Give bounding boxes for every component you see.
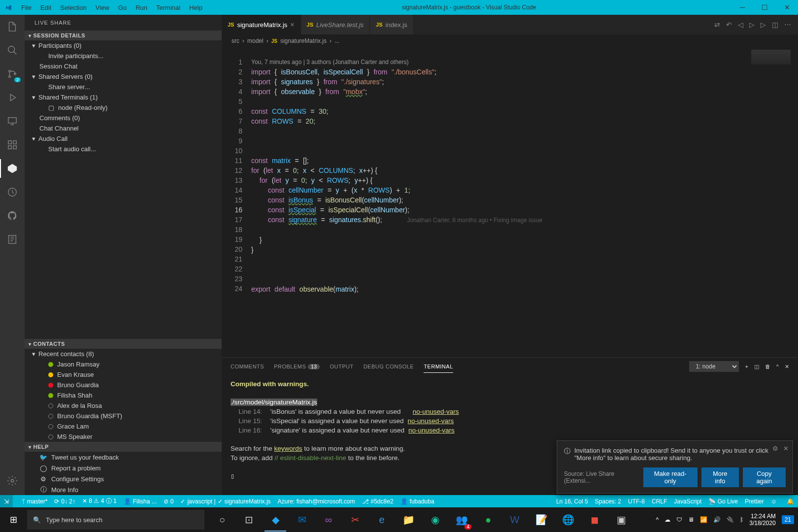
tray-bluetooth-icon[interactable]: ᛒ [740,516,743,523]
breadcrumb-item[interactable]: model [247,37,264,44]
extensions-icon[interactable] [5,138,19,152]
vscode-taskbar-icon[interactable]: ◆ [263,508,288,532]
tree-chat-channel[interactable]: Chat Channel [25,123,222,133]
breadcrumb-item[interactable]: ... [334,37,339,44]
back-icon[interactable]: ↶ [726,21,732,29]
tray-onedrive-icon[interactable]: ☁ [665,516,670,523]
snip-taskbar-icon[interactable]: ✂ [342,508,368,532]
help-report[interactable]: ◯Report a problem [25,463,222,473]
minimap[interactable] [749,47,798,357]
camtasia-taskbar-icon[interactable]: ◼ [582,508,607,532]
tray-defender-icon[interactable]: 🛡 [676,516,682,523]
taskbar-clock[interactable]: 12:24 AM 3/18/2020 [749,513,775,527]
teams-taskbar-icon[interactable]: 👥4 [449,508,474,532]
close-tab-icon[interactable]: × [290,21,294,29]
contact-item[interactable]: Alex de la Rosa [25,400,222,411]
panel-tab-output[interactable]: OUTPUT [330,361,353,372]
tree-comments[interactable]: Comments (0) [25,113,222,123]
codelens[interactable]: You, 7 minutes ago | 3 authors (Jonathan… [251,57,798,67]
tray-power-icon[interactable]: 🔌 [727,516,734,523]
explorer-icon[interactable] [5,20,19,33]
tree-shared-terminals[interactable]: ▾Shared Terminals (1) [25,92,222,102]
status-prettier[interactable]: Prettier [745,498,764,505]
contact-item[interactable]: Jason Ramsay [25,359,222,369]
contact-item[interactable]: Bruno Guardia (MSFT) [25,411,222,421]
tree-share-server[interactable]: Share server... [25,82,222,92]
new-terminal-icon[interactable]: + [745,364,748,369]
maximize-button[interactable]: ☐ [754,3,776,11]
fileexplorer-taskbar-icon[interactable]: 📁 [396,508,421,532]
status-liveshare[interactable]: 👤 Filisha ... [124,498,157,505]
menu-help[interactable]: Help [185,2,206,13]
search-icon[interactable] [5,43,19,57]
tree-session-chat[interactable]: Session Chat [25,61,222,71]
close-panel-icon[interactable]: ✕ [785,364,789,370]
tab-signaturematrix[interactable]: JSsignatureMatrix.js× [222,15,301,34]
status-bell-icon[interactable]: 🔔 [787,498,794,505]
start-button[interactable]: ⊞ [0,514,27,525]
action-center-icon[interactable]: 21 [782,515,794,524]
terminal-taskbar-icon[interactable]: ▣ [608,508,634,532]
tray-screen-icon[interactable]: 🖥 [688,516,694,523]
source-control-icon[interactable]: 2 [5,67,19,81]
chrome-taskbar-icon[interactable]: 🌐 [555,508,581,532]
cortana-icon[interactable]: ○ [209,508,235,532]
tree-audio-call[interactable]: ▾Audio Call [25,133,222,144]
breadcrumb-item[interactable]: signatureMatrix.js [280,37,327,44]
more-info-button[interactable]: More info [701,467,739,487]
breadcrumb-item[interactable]: src [232,37,239,44]
tree-participants[interactable]: ▾Participants (0) [25,40,222,51]
close-button[interactable]: ✕ [776,3,798,11]
copy-again-button[interactable]: Copy again [743,467,786,487]
edge-taskbar-icon[interactable]: ◉ [422,508,448,532]
status-encoding[interactable]: UTF-8 [628,498,645,505]
status-golive[interactable]: 📡 Go Live [708,498,738,505]
menu-go[interactable]: Go [114,2,131,13]
menu-terminal[interactable]: Terminal [152,2,184,13]
menu-selection[interactable]: Selection [56,2,90,13]
section-contacts[interactable]: ▾CONTACTS [25,339,222,349]
status-cursor-position[interactable]: Ln 16, Col 5 [556,498,588,505]
run-icon[interactable]: ▷ [761,21,766,29]
panel-tab-comments[interactable]: COMMENTS [231,361,264,372]
terminal-select[interactable]: 1: node [689,361,739,372]
liveshare-icon[interactable] [5,162,19,175]
tree-shared-servers[interactable]: ▾Shared Servers (0) [25,71,222,82]
menu-file[interactable]: File [17,2,35,13]
tree-invite-participants[interactable]: Invite participants... [25,51,222,61]
contact-item[interactable]: Grace Lam [25,421,222,432]
contact-item[interactable]: Filisha Shah [25,390,222,400]
status-user[interactable]: 👤 fubaduba [400,498,434,505]
next-icon[interactable]: ▷ [749,21,755,29]
menu-run[interactable]: Run [132,2,151,13]
tree-terminal-node[interactable]: ▢node (Read-only) [25,102,222,113]
status-problems[interactable]: ✕ 8 ⚠ 4 ⓘ 1 [82,497,117,505]
panel-tab-terminal[interactable]: TERMINAL [424,361,453,373]
docs-icon[interactable] [5,233,19,246]
make-readonly-button[interactable]: Make read-only [643,467,698,487]
tray-volume-icon[interactable]: 🔊 [713,516,721,523]
edge-legacy-taskbar-icon[interactable]: e [369,508,395,532]
menu-edit[interactable]: Edit [36,2,55,13]
split-icon[interactable]: ◫ [772,21,778,29]
outlook-taskbar-icon[interactable]: ✉ [289,508,315,532]
prev-icon[interactable]: ◁ [738,21,743,29]
visualstudio-taskbar-icon[interactable]: ∞ [316,508,341,532]
status-commit[interactable]: ⎇ #5dc8e2 [362,498,394,505]
compare-icon[interactable]: ⇄ [714,21,720,29]
kill-terminal-icon[interactable]: 🗑 [765,364,770,369]
contact-item[interactable]: Bruno Guardia [25,380,222,390]
github-icon[interactable] [5,209,19,223]
remote-explorer-icon[interactable] [5,114,19,128]
panel-tab-debug[interactable]: DEBUG CONSOLE [364,361,414,372]
settings-icon[interactable] [5,474,19,488]
taskbar-search[interactable]: 🔍 Type here to search [27,510,204,530]
remote-indicator[interactable]: ⇲ [0,495,13,507]
status-branch[interactable]: ᛘ master* [22,498,47,505]
gear-icon[interactable]: ⚙ [772,445,778,452]
section-session-details[interactable]: ▾SESSION DETAILS [25,31,222,40]
status-sync[interactable]: ⟳ 0↓ 2↑ [54,498,75,505]
run-debug-icon[interactable] [5,91,19,104]
taskview-icon[interactable]: ⊡ [236,508,262,532]
code-editor[interactable]: 123456789101112131415161718192021222324 … [222,47,798,357]
